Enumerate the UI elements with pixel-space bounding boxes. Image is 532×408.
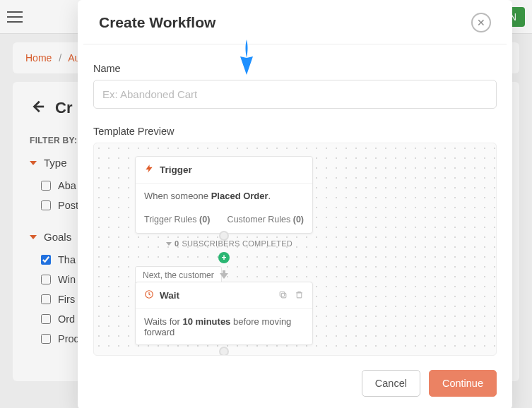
add-step-button[interactable]: + bbox=[218, 252, 230, 263]
svg-rect-3 bbox=[297, 292, 302, 297]
caret-down-icon bbox=[166, 242, 172, 246]
close-button[interactable]: ✕ bbox=[471, 13, 491, 32]
svg-rect-2 bbox=[280, 292, 285, 296]
card-header: Trigger bbox=[136, 157, 312, 184]
bolt-icon bbox=[144, 164, 154, 176]
count: 0 bbox=[175, 239, 179, 248]
svg-rect-1 bbox=[281, 293, 286, 298]
name-label: Name bbox=[93, 63, 497, 74]
modal-body: Name Template Preview Trigger When someo… bbox=[78, 44, 512, 361]
close-icon: ✕ bbox=[477, 17, 485, 28]
connector-dot-icon bbox=[219, 347, 229, 356]
card-title: Trigger bbox=[160, 164, 192, 175]
card-header: Wait bbox=[136, 282, 312, 309]
cancel-button[interactable]: Cancel bbox=[362, 370, 420, 397]
text: Waits for bbox=[144, 316, 182, 327]
card-title: Wait bbox=[160, 290, 179, 301]
modal-footer: Cancel Continue bbox=[78, 361, 512, 408]
arrow-down-icon bbox=[220, 269, 228, 277]
template-preview: Trigger When someone Placed Order. Trigg… bbox=[93, 143, 497, 356]
card-body: When someone Placed Order. bbox=[136, 184, 312, 208]
text-bold: 10 minutes bbox=[182, 316, 230, 327]
trigger-card[interactable]: Trigger When someone Placed Order. Trigg… bbox=[135, 156, 313, 234]
continue-button[interactable]: Continue bbox=[429, 370, 497, 397]
wait-card[interactable]: Wait Waits for 10 minutes before moving … bbox=[135, 282, 313, 345]
label: Customer Rules bbox=[227, 215, 291, 224]
trash-icon[interactable] bbox=[295, 290, 304, 301]
subscribers-completed: 0 SUBSCRIBERS COMPLETED bbox=[166, 239, 292, 248]
pointer-arrow-icon bbox=[236, 40, 257, 75]
card-body: Waits for 10 minutes before moving forwa… bbox=[136, 309, 312, 344]
workflow-name-input[interactable] bbox=[93, 80, 497, 109]
modal-header: Create Workflow ✕ bbox=[83, 0, 507, 44]
create-workflow-modal: Create Workflow ✕ Name Template Preview … bbox=[78, 0, 512, 408]
customer-rules: Customer Rules (0) bbox=[227, 215, 304, 224]
count: (0) bbox=[293, 215, 304, 224]
card-actions bbox=[278, 290, 304, 301]
rules-row: Trigger Rules (0) Customer Rules (0) bbox=[136, 208, 312, 233]
trigger-rules: Trigger Rules (0) bbox=[144, 215, 210, 224]
text: . bbox=[268, 191, 271, 201]
label: SUBSCRIBERS COMPLETED bbox=[182, 239, 292, 248]
count: (0) bbox=[199, 215, 210, 224]
copy-icon[interactable] bbox=[278, 290, 288, 301]
clock-icon bbox=[144, 289, 154, 301]
template-preview-label: Template Preview bbox=[93, 126, 497, 137]
text-bold: Placed Order bbox=[211, 191, 268, 201]
text: When someone bbox=[144, 191, 211, 201]
label: Trigger Rules bbox=[144, 215, 197, 224]
modal-title: Create Workflow bbox=[99, 14, 215, 31]
